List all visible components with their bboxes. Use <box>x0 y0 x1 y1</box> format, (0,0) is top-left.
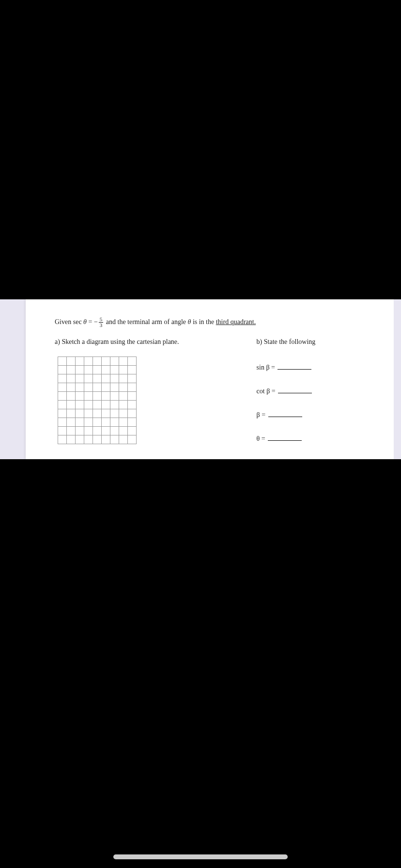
grid-cell <box>128 383 137 392</box>
home-indicator[interactable] <box>113 854 288 859</box>
grid-cell <box>67 401 76 409</box>
grid-cell <box>119 418 128 427</box>
quadrant-text: third quadrant. <box>216 318 256 326</box>
grid-cell <box>76 383 84 392</box>
grid-cell <box>84 427 93 435</box>
answer-label: sin β = <box>257 364 277 371</box>
grid-cell <box>67 374 76 383</box>
grid-cell <box>119 392 128 401</box>
grid-cell <box>102 418 110 427</box>
grid-cell <box>93 374 102 383</box>
theta-symbol: θ <box>83 318 87 326</box>
grid-cell <box>67 392 76 401</box>
grid-cell <box>119 427 128 435</box>
grid-cell <box>93 392 102 401</box>
grid-cell <box>102 357 110 366</box>
grid-cell <box>84 357 93 366</box>
part-b-heading: b) State the following <box>257 337 370 347</box>
grid-cell <box>93 427 102 435</box>
grid-cell <box>93 418 102 427</box>
grid-cell <box>76 357 84 366</box>
problem-statement: Given sec θ = −53 and the terminal arm o… <box>55 317 370 328</box>
grid-cell <box>76 409 84 418</box>
grid-cell <box>76 427 84 435</box>
grid-cell <box>84 392 93 401</box>
worksheet-page: Given sec θ = −53 and the terminal arm o… <box>26 299 394 459</box>
grid-cell <box>93 435 102 444</box>
grid-cell <box>119 409 128 418</box>
grid-cell <box>67 427 76 435</box>
grid-cell <box>58 401 67 409</box>
given-text-mid1: and the terminal arm of angle <box>104 318 187 326</box>
column-left: a) Sketch a diagram using the cartesian … <box>55 337 179 444</box>
grid-cell <box>110 427 119 435</box>
grid-cell <box>110 374 119 383</box>
grid-cell <box>119 374 128 383</box>
answer-line: sin β = <box>257 362 370 372</box>
grid-cell <box>128 401 137 409</box>
grid-cell <box>119 401 128 409</box>
grid-cell <box>128 392 137 401</box>
grid-cell <box>119 435 128 444</box>
grid-cell <box>76 435 84 444</box>
grid-cell <box>76 366 84 374</box>
grid-cell <box>110 435 119 444</box>
grid-cell <box>58 409 67 418</box>
grid-cell <box>58 427 67 435</box>
grid-cell <box>110 366 119 374</box>
grid-cell <box>128 427 137 435</box>
grid-cell <box>67 418 76 427</box>
grid-cell <box>58 418 67 427</box>
grid-cell <box>93 401 102 409</box>
grid-cell <box>110 392 119 401</box>
answer-line: θ = <box>257 434 370 444</box>
grid-cell <box>84 401 93 409</box>
grid-cell <box>58 383 67 392</box>
grid-cell <box>110 401 119 409</box>
grid-cell <box>84 374 93 383</box>
answer-line: cot β = <box>257 386 370 396</box>
answer-label: cot β = <box>257 388 278 395</box>
grid-cell <box>102 409 110 418</box>
grid-cell <box>58 435 67 444</box>
grid-cell <box>93 409 102 418</box>
grid-cell <box>110 418 119 427</box>
grid-cell <box>58 357 67 366</box>
grid-cell <box>84 418 93 427</box>
grid-cell <box>84 435 93 444</box>
grid-cell <box>110 383 119 392</box>
grid-cell <box>102 435 110 444</box>
answer-blank[interactable] <box>278 388 312 393</box>
fraction: 53 <box>99 317 104 328</box>
grid-cell <box>76 418 84 427</box>
grid-cell <box>102 366 110 374</box>
grid-cell <box>128 435 137 444</box>
grid-cell <box>67 366 76 374</box>
grid-cell <box>76 374 84 383</box>
grid-cell <box>110 357 119 366</box>
grid-cell <box>67 409 76 418</box>
grid-cell <box>128 409 137 418</box>
cartesian-grid <box>58 356 179 444</box>
given-text-mid2: is in the <box>191 318 216 326</box>
grid-cell <box>128 418 137 427</box>
grid-cell <box>119 357 128 366</box>
document-viewport: Given sec θ = −53 and the terminal arm o… <box>0 299 401 459</box>
grid-cell <box>67 383 76 392</box>
grid-cell <box>102 401 110 409</box>
column-right: b) State the following sin β = cot β = β… <box>199 337 370 444</box>
grid-cell <box>76 392 84 401</box>
grid-cell <box>128 357 137 366</box>
part-a-heading: a) Sketch a diagram using the cartesian … <box>55 337 179 347</box>
answer-blank[interactable] <box>268 435 302 441</box>
answer-blank[interactable] <box>268 411 302 417</box>
answer-line: β = <box>257 410 370 420</box>
given-text-prefix: Given sec <box>55 318 83 326</box>
answer-blank[interactable] <box>278 364 311 370</box>
grid-cell <box>119 366 128 374</box>
grid-cell <box>76 401 84 409</box>
answer-label: β = <box>257 411 267 418</box>
grid-cell <box>58 374 67 383</box>
fraction-denominator: 3 <box>99 323 104 328</box>
grid-cell <box>67 357 76 366</box>
